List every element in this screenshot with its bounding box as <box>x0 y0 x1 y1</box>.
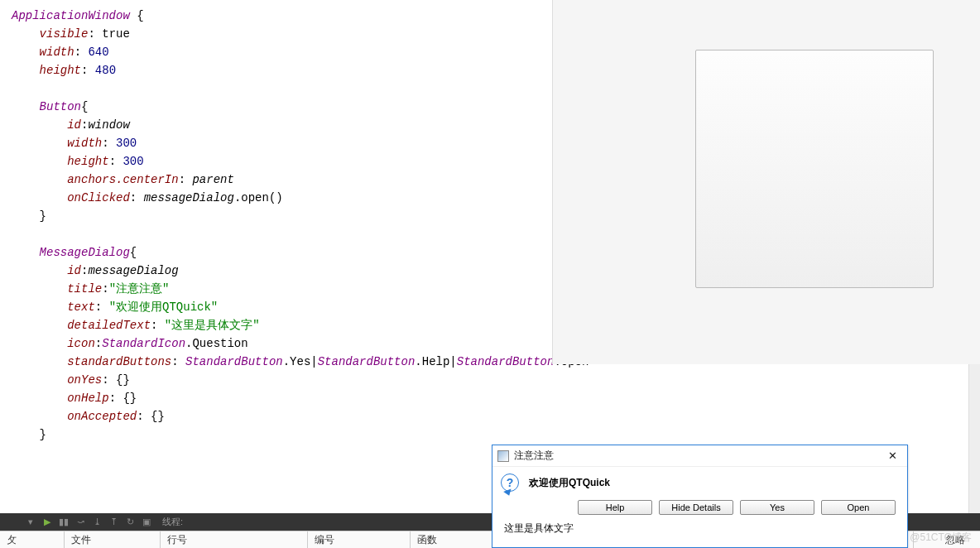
step-into-icon[interactable]: ⤓ <box>89 516 104 529</box>
app-icon <box>497 450 509 462</box>
col-file[interactable]: 文件 <box>65 531 161 548</box>
dropdown-icon[interactable]: ▾ <box>23 516 38 529</box>
editor-scrollbar[interactable] <box>968 364 980 513</box>
dialog-detail-text: 这里是具体文字 <box>492 520 907 537</box>
thread-label: 线程: <box>162 516 183 528</box>
preview-button[interactable] <box>695 50 934 288</box>
col-number[interactable]: 编号 <box>308 531 411 548</box>
yes-button[interactable]: Yes <box>740 500 814 515</box>
message-dialog: 注意注意 ✕ ? 欢迎使用QTQuick Help Hide Details Y… <box>492 445 908 548</box>
restart-icon[interactable]: ↻ <box>122 516 137 529</box>
open-button[interactable]: Open <box>821 500 896 515</box>
step-out-icon[interactable]: ⤒ <box>106 516 121 529</box>
dialog-titlebar[interactable]: 注意注意 ✕ <box>492 445 907 467</box>
col-line[interactable]: 行号 <box>161 531 308 548</box>
stop-icon[interactable]: ▣ <box>139 516 154 529</box>
app-window-preview <box>553 0 980 364</box>
question-icon: ? <box>501 473 522 495</box>
pause-icon[interactable]: ▮▮ <box>56 516 71 529</box>
close-icon[interactable]: ✕ <box>882 449 902 462</box>
col-0[interactable]: 攵 <box>0 531 65 548</box>
help-button[interactable]: Help <box>578 500 652 515</box>
dialog-text: 欢迎使用QTQuick <box>529 473 610 490</box>
hide-details-button[interactable]: Hide Details <box>659 500 733 515</box>
step-over-icon[interactable]: ⤻ <box>73 516 88 529</box>
dialog-title-text: 注意注意 <box>514 449 882 463</box>
watermark: @51CTO博客 <box>910 531 972 545</box>
run-icon[interactable]: ▶ <box>40 516 55 529</box>
